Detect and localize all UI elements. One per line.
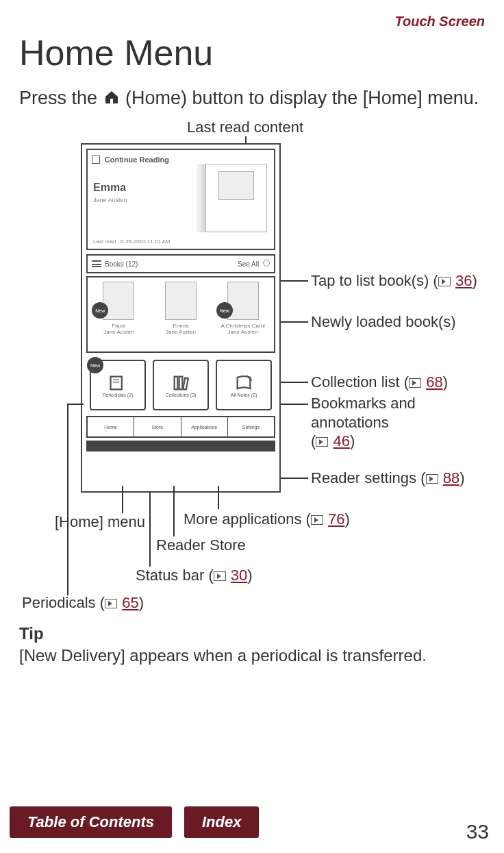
connector: [281, 382, 308, 383]
tip-body: [New Delivery] appears when a periodical…: [19, 646, 485, 665]
page-link-65[interactable]: 65: [122, 594, 138, 611]
current-book-title: Emma: [93, 182, 126, 194]
svg-rect-4: [179, 377, 183, 390]
newspaper-icon: [108, 373, 127, 393]
page-ref-icon: [409, 378, 421, 388]
text: ): [344, 510, 349, 528]
intro-suffix: (Home) button to display the [Home] menu…: [125, 88, 479, 108]
notes-tile: All Notes (2): [216, 360, 272, 410]
shelf-book: New Faust Jane Austen: [94, 282, 142, 335]
new-badge: New: [216, 302, 233, 319]
status-bar-mock: [86, 441, 275, 452]
page-number: 33: [466, 820, 489, 843]
text: (: [311, 432, 316, 449]
book-shelf: New Faust Jane Austen Emma Jane Austen N…: [86, 276, 275, 353]
shelf-title: Emma: [157, 323, 205, 329]
connector: [218, 486, 219, 509]
section-header: Touch Screen: [19, 14, 485, 29]
shelf-author: Jane Austen: [94, 329, 142, 335]
tab-store: Store: [134, 417, 181, 436]
text: Tap to list book(s) (: [311, 272, 438, 289]
connector: [122, 486, 123, 513]
callout-more-apps: More applications ( 76): [184, 510, 350, 528]
tile-label: Collections (3): [166, 393, 197, 397]
collections-tile: Collections (3): [153, 360, 209, 410]
callout-last-read: Last read content: [187, 119, 303, 136]
shelf-book: New A Christmas Carol Jane Austen: [219, 282, 267, 335]
callout-collection: Collection list ( 68): [311, 373, 448, 391]
connector: [67, 404, 84, 405]
notes-icon: [234, 373, 253, 393]
toc-button[interactable]: Table of Contents: [10, 806, 172, 838]
footer-buttons: Table of Contents Index: [10, 806, 259, 838]
text: ): [350, 432, 355, 449]
index-button[interactable]: Index: [184, 806, 259, 838]
books-icon: [171, 373, 190, 393]
list-icon: [92, 260, 101, 267]
callout-home-menu: [Home] menu: [55, 513, 145, 531]
device-screenshot: Continue Reading Emma Jane Austen Last r…: [81, 143, 281, 493]
page-ref-icon: [426, 474, 438, 484]
last-read-timestamp: Last read : 6-29-2010 11:01 AM: [93, 238, 171, 245]
tip-heading: Tip: [19, 624, 485, 643]
page-title: Home Menu: [19, 32, 485, 73]
intro-prefix: Press the: [19, 88, 103, 108]
text: Collection list (: [311, 373, 409, 391]
text: ): [472, 272, 477, 289]
connector: [281, 321, 308, 323]
callout-reader-settings: Reader settings ( 88): [311, 469, 464, 487]
page-ref-icon: [311, 515, 323, 525]
new-badge: New: [87, 357, 103, 373]
callout-status-bar: Status bar ( 30): [136, 567, 253, 584]
connector: [173, 486, 175, 536]
text: Bookmarks and annotations: [311, 395, 416, 431]
home-icon: [103, 87, 121, 112]
periodicals-tile: New Periodicals (2): [90, 360, 146, 410]
connector: [67, 404, 68, 595]
books-bar: Books (12) See All: [86, 254, 275, 273]
shelf-title: Faust: [94, 323, 142, 329]
connector: [281, 280, 308, 282]
callout-tap-list: Tap to list book(s) ( 36): [311, 272, 477, 290]
shelf-book: Emma Jane Austen: [157, 282, 205, 335]
page-ref-icon: [316, 437, 328, 447]
svg-rect-3: [175, 377, 178, 390]
tab-apps: Applications: [181, 417, 228, 436]
current-book-author: Jane Austen: [93, 197, 127, 203]
text: Status bar (: [136, 567, 214, 584]
continue-reading-panel: Continue Reading Emma Jane Austen Last r…: [86, 149, 275, 250]
page-link-46[interactable]: 46: [333, 432, 349, 449]
book-cover: [205, 164, 267, 232]
page-ref-icon: [214, 571, 226, 581]
tile-label: Periodicals (2): [103, 393, 134, 397]
page-link-76[interactable]: 76: [328, 510, 344, 528]
callout-bookmarks: Bookmarks and annotations ( 46): [311, 394, 489, 451]
callout-reader-store: Reader Store: [156, 536, 246, 554]
shelf-author: Jane Austen: [157, 329, 205, 335]
diagram-area: Last read content Continue Reading Emma …: [19, 116, 485, 623]
text: ): [247, 567, 252, 584]
page-ref-icon: [105, 599, 117, 608]
svg-rect-5: [183, 378, 188, 390]
see-all-label: See All: [238, 260, 259, 268]
tile-row: New Periodicals (2) Collections (3) All …: [86, 360, 275, 410]
continue-label: Continue Reading: [105, 156, 169, 164]
shelf-title: A Christmas Carol: [219, 323, 267, 329]
page-link-88[interactable]: 88: [443, 469, 459, 486]
text: ): [139, 594, 144, 611]
text: Reader settings (: [311, 469, 426, 486]
text: ): [443, 373, 448, 391]
tab-settings: Settings: [228, 417, 274, 436]
connector: [149, 491, 151, 567]
books-count: Books (12): [105, 260, 138, 268]
page-ref-icon: [438, 277, 451, 286]
intro-text: Press the (Home) button to display the […: [19, 86, 485, 112]
page-link-36[interactable]: 36: [455, 272, 472, 289]
shelf-author: Jane Austen: [219, 329, 267, 335]
text: More applications (: [184, 510, 311, 528]
page-link-30[interactable]: 30: [231, 567, 247, 584]
text: Periodicals (: [22, 594, 105, 611]
page-link-68[interactable]: 68: [426, 373, 442, 391]
text: ): [459, 469, 464, 486]
book-icon: [92, 156, 100, 164]
